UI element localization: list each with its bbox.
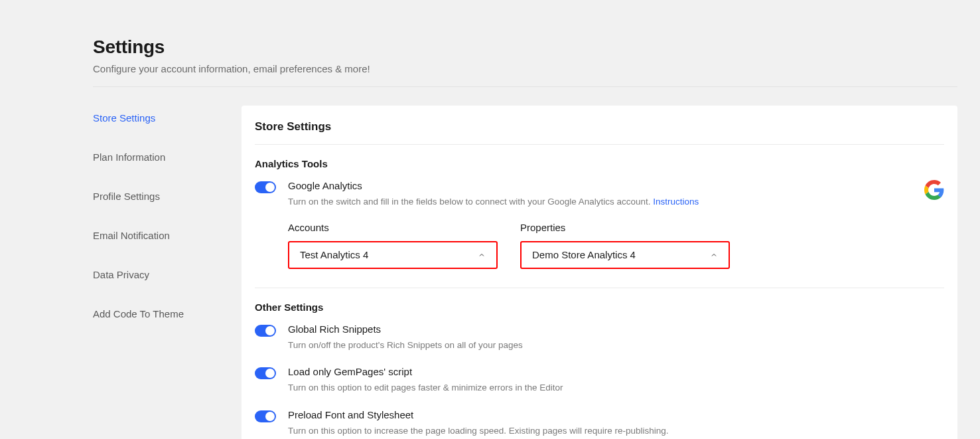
- preload-font-label: Preload Font and Stylesheet: [288, 409, 944, 420]
- properties-value: Demo Store Analytics 4: [532, 249, 636, 260]
- google-analytics-desc: Turn on the switch and fill in the field…: [288, 195, 924, 209]
- header-divider: [93, 86, 957, 87]
- sidebar-item-email-notification[interactable]: Email Notification: [93, 223, 219, 248]
- preload-font-toggle[interactable]: [255, 410, 276, 422]
- gempages-script-desc: Turn on this option to edit pages faster…: [288, 381, 944, 395]
- chevron-up-icon: [478, 251, 486, 259]
- other-settings-title: Other Settings: [255, 302, 944, 313]
- instructions-link[interactable]: Instructions: [653, 197, 699, 207]
- page-header: Settings Configure your account informat…: [93, 37, 957, 87]
- accounts-label: Accounts: [288, 222, 498, 233]
- main-panel: Store Settings Analytics Tools Google An…: [242, 106, 957, 439]
- accounts-dropdown[interactable]: Test Analytics 4: [288, 241, 498, 269]
- sidebar-item-profile-settings[interactable]: Profile Settings: [93, 184, 219, 209]
- settings-sidebar: Store Settings Plan Information Profile …: [93, 106, 219, 439]
- google-icon: [924, 180, 944, 200]
- rich-snippets-label: Global Rich Snippets: [288, 323, 944, 335]
- preload-font-desc: Turn on this option to increase the page…: [288, 424, 944, 438]
- chevron-up-icon: [710, 251, 718, 259]
- sidebar-item-store-settings[interactable]: Store Settings: [93, 106, 219, 130]
- rich-snippets-toggle[interactable]: [255, 325, 276, 337]
- accounts-value: Test Analytics 4: [300, 249, 368, 260]
- sidebar-item-data-privacy[interactable]: Data Privacy: [93, 262, 219, 287]
- main-heading: Store Settings: [255, 120, 944, 133]
- page-subtitle: Configure your account information, emai…: [93, 63, 957, 74]
- section-divider: [255, 288, 944, 288]
- section-divider: [255, 144, 944, 145]
- properties-label: Properties: [520, 222, 730, 233]
- sidebar-item-plan-information[interactable]: Plan Information: [93, 145, 219, 169]
- analytics-section-title: Analytics Tools: [255, 158, 944, 169]
- page-title: Settings: [93, 37, 957, 58]
- google-analytics-label: Google Analytics: [288, 180, 924, 191]
- gempages-script-label: Load only GemPages' script: [288, 366, 944, 377]
- properties-dropdown[interactable]: Demo Store Analytics 4: [520, 241, 730, 269]
- gempages-script-toggle[interactable]: [255, 367, 276, 379]
- sidebar-item-add-code-to-theme[interactable]: Add Code To Theme: [93, 302, 219, 326]
- rich-snippets-desc: Turn on/off the product's Rich Snippets …: [288, 339, 944, 352]
- google-analytics-toggle[interactable]: [255, 181, 276, 193]
